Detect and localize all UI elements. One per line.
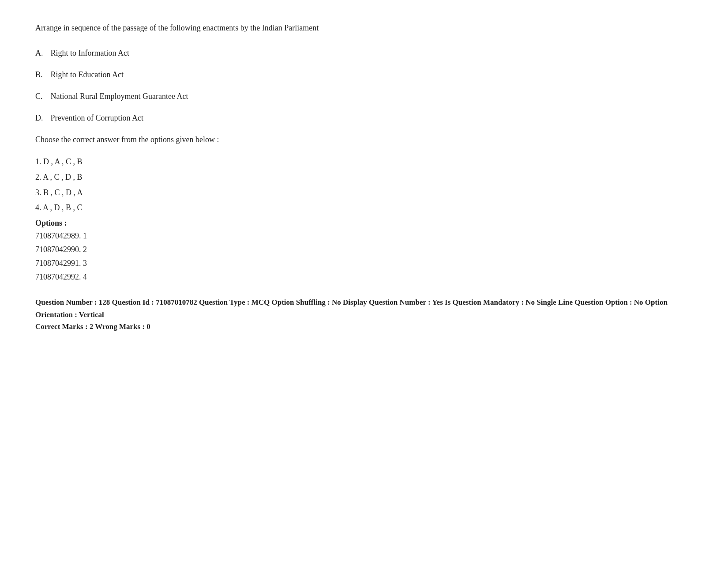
option-letter-a: A. [35, 47, 49, 59]
list-item: 71087042991. 3 [35, 257, 693, 270]
option-text-d: Prevention of Corruption Act [51, 113, 143, 122]
list-item: A. Right to Information Act [35, 47, 693, 59]
meta-info: Question Number : 128 Question Id : 7108… [35, 296, 693, 333]
list-item: 71087042989. 1 [35, 230, 693, 242]
list-item: 4. A , D , B , C [35, 201, 693, 214]
option-letter-d: D. [35, 112, 49, 124]
meta-line2: Correct Marks : 2 Wrong Marks : 0 [35, 321, 693, 333]
options-label: Options : [35, 219, 693, 228]
list-item: C. National Rural Employment Guarantee A… [35, 91, 693, 102]
list-item: 71087042992. 4 [35, 271, 693, 283]
meta-line1: Question Number : 128 Question Id : 7108… [35, 296, 693, 320]
list-item: 3. B , C , D , A [35, 186, 693, 199]
option-letter-b: B. [35, 69, 49, 81]
choose-text: Choose the correct answer from the optio… [35, 134, 693, 146]
list-item: 1. D , A , C , B [35, 155, 693, 168]
list-item: D. Prevention of Corruption Act [35, 112, 693, 124]
option-text-b: Right to Education Act [51, 70, 124, 79]
option-text-c: National Rural Employment Guarantee Act [51, 92, 188, 101]
list-item: 71087042990. 2 [35, 243, 693, 256]
answer-options-list: 1. D , A , C , B 2. A , C , D , B 3. B ,… [35, 155, 693, 214]
question-instruction: Arrange in sequence of the passage of th… [35, 22, 693, 34]
option-ids-list: 71087042989. 1 71087042990. 2 7108704299… [35, 230, 693, 283]
list-item: 2. A , C , D , B [35, 171, 693, 184]
option-letter-c: C. [35, 91, 49, 102]
options-list: A. Right to Information Act B. Right to … [35, 47, 693, 124]
list-item: B. Right to Education Act [35, 69, 693, 81]
option-text-a: Right to Information Act [51, 49, 129, 57]
